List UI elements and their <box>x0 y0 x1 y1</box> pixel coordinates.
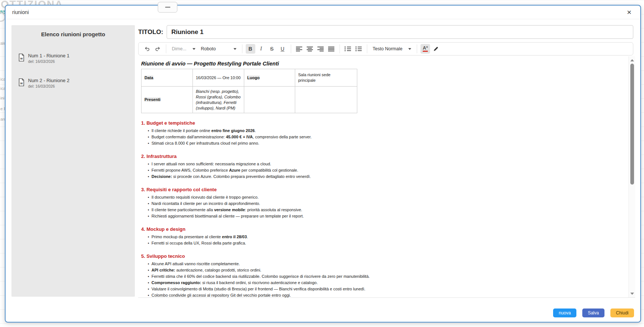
document-heading: Riunione di avvio — Progetto Restyling P… <box>141 61 624 67</box>
chevron-down-icon <box>192 48 195 50</box>
bullet-line: Primo mockup da presentare al cliente en… <box>141 234 624 240</box>
bullet-line: Valutare il coinvolgimento di Motta (stu… <box>141 286 624 292</box>
bullet-line: Richiesti aggiornamenti bisettimanali al… <box>141 213 624 219</box>
close-icon[interactable]: × <box>624 7 634 17</box>
toolbar-separator <box>417 44 417 53</box>
align-justify-icon[interactable] <box>327 44 336 54</box>
toolbar-separator <box>367 44 367 53</box>
bullet-line: Il cliente tiene particolarmente alla ve… <box>141 207 624 213</box>
meetings-sidebar: Elenco riunioni progetto w Num 1 - Riuni… <box>11 25 135 297</box>
scrollbar-thumb[interactable] <box>630 64 634 185</box>
meeting-title: Num 1 - Riunione 1 <box>28 53 69 58</box>
word-file-icon: w <box>18 53 25 63</box>
doc-table: Data16/03/2026 — Ore 10:00LuogoSala riun… <box>141 69 357 113</box>
chevron-down-icon <box>408 48 411 50</box>
bullet-line: Ferretti stima che il 60% del codice bac… <box>141 273 624 280</box>
redo-icon[interactable] <box>153 44 163 54</box>
editor-content-area: Riunione di avvio — Progetto Restyling P… <box>138 56 635 298</box>
align-center-icon[interactable] <box>305 44 315 54</box>
table-cell: Bianchi (resp. progetto), Rossi (grafica… <box>193 87 244 113</box>
align-right-icon[interactable] <box>316 44 326 54</box>
meeting-title: Num 2 - Riunione 2 <box>28 78 69 83</box>
table-cell <box>244 87 295 113</box>
text-color-button[interactable]: A° <box>420 44 430 54</box>
bullet-line: Stimati circa 8.000 € per infrastruttura… <box>141 140 624 146</box>
bold-button[interactable]: B <box>246 44 255 54</box>
section-heading: 1. Budget e tempistiche <box>141 120 624 126</box>
text-color-swatch <box>423 51 428 52</box>
bullet-line: I server attuali non sono sufficienti: n… <box>141 161 624 167</box>
font-size-select[interactable]: Dime... <box>170 44 198 54</box>
table-cell: Sala riunioni sede principale <box>295 69 357 87</box>
bullet-line: Budget confermato dall'amministrazione: … <box>141 134 624 140</box>
chiudi-button[interactable]: Chiudi <box>610 309 634 317</box>
bullet-line: Ferretti si occupa della UX, Rossi della… <box>141 240 624 246</box>
strikethrough-button[interactable]: S <box>267 44 277 54</box>
undo-icon[interactable] <box>142 44 152 54</box>
bullet-line: Colombo condivide gli accessi al reposit… <box>141 292 624 298</box>
title-label: TITOLO: <box>138 28 163 36</box>
editor-scrollbar[interactable] <box>628 56 635 298</box>
italic-button[interactable]: I <box>256 44 266 54</box>
ordered-list-icon[interactable] <box>343 44 353 54</box>
table-cell <box>295 87 357 113</box>
dash-icon <box>165 7 170 8</box>
underline-button[interactable]: U <box>278 44 287 54</box>
editor-toolbar: Dime... Roboto B I S U <box>138 42 633 55</box>
doc-sections: 1. Budget e tempisticheIl cliente richie… <box>141 120 624 298</box>
font-family-select[interactable]: Roboto <box>199 44 239 54</box>
unordered-list-icon[interactable] <box>354 44 364 54</box>
background-text-fragment: ini <box>0 96 4 100</box>
meeting-date: del: 16/03/2026 <box>28 59 69 64</box>
chevron-down-icon <box>234 48 236 50</box>
table-cell: Presenti <box>142 87 193 113</box>
doc-section: 5. Sviluppo tecnicoAlcune API attuali va… <box>141 253 624 298</box>
toolbar-separator <box>291 44 291 53</box>
table-cell: Luogo <box>244 69 295 87</box>
salva-button[interactable]: Salva <box>582 309 604 317</box>
bullet-line: API critiche: autenticazione, catalogo p… <box>141 267 624 273</box>
sidebar-header: Elenco riunioni progetto <box>11 25 135 37</box>
doc-section: 2. InfrastrutturaI server attuali non so… <box>141 154 624 180</box>
table-row: PresentiBianchi (resp. progetto), Rossi … <box>142 87 357 113</box>
nuova-button[interactable]: nuova <box>553 309 576 317</box>
document-editor[interactable]: Riunione di avvio — Progetto Restyling P… <box>141 56 624 298</box>
table-cell: 16/03/2026 — Ore 10:00 <box>193 69 244 87</box>
screen: OTTIZIONA NS aleicaicainie Pard riunioni… <box>0 0 644 327</box>
bullet-line: Compromesso raggiunto: si riusa il backe… <box>141 280 624 286</box>
bullet-line: Il cliente richiede il portale online en… <box>141 128 624 134</box>
bullet-line: Decisione: si procede con Azure. Colombo… <box>141 173 624 180</box>
toolbar-separator <box>242 44 242 53</box>
modal-header: riunioni × <box>6 6 640 19</box>
word-file-icon: w <box>18 78 25 88</box>
modal-title: riunioni <box>12 9 29 15</box>
section-heading: 2. Infrastruttura <box>141 154 624 159</box>
svg-text:w: w <box>20 57 23 60</box>
minimized-window-control <box>158 2 177 13</box>
bullet-line: Alcune API attuali vanno riscritte compl… <box>141 261 624 267</box>
highlighter-pen-icon[interactable] <box>431 44 441 54</box>
sidebar-list: w Num 1 - Riunione 1 del: 16/03/2026 w N… <box>11 50 135 91</box>
table-cell: Data <box>142 69 193 87</box>
scroll-up-icon[interactable] <box>630 59 634 61</box>
align-left-icon[interactable] <box>294 44 304 54</box>
bullet-line: Nardi ricontatta il cliente per un incon… <box>141 200 624 207</box>
doc-section: 1. Budget e tempisticheIl cliente richie… <box>141 120 624 146</box>
toolbar-separator <box>166 44 166 53</box>
section-heading: 5. Sviluppo tecnico <box>141 253 624 259</box>
paragraph-style-select[interactable]: Testo Normale <box>371 44 414 54</box>
sidebar-item-meeting[interactable]: w Num 2 - Riunione 2 del: 16/03/2026 <box>11 75 135 91</box>
riunioni-modal: riunioni × Elenco riunioni progetto w Nu… <box>5 5 641 323</box>
table-row: Data16/03/2026 — Ore 10:00LuogoSala riun… <box>142 69 357 87</box>
sidebar-item-meeting[interactable]: w Num 1 - Riunione 1 del: 16/03/2026 <box>11 50 135 67</box>
scroll-down-icon[interactable] <box>630 293 634 295</box>
title-input[interactable] <box>167 25 633 39</box>
meeting-date: del: 16/03/2026 <box>28 84 69 88</box>
bullet-line: Ferretti propone AWS, Colombo preferisce… <box>141 167 624 173</box>
toolbar-separator <box>340 44 340 53</box>
doc-section: 4. Mockup e designPrimo mockup da presen… <box>141 226 624 246</box>
title-row: TITOLO: <box>138 25 633 39</box>
section-heading: 4. Mockup e design <box>141 226 624 232</box>
section-heading: 3. Requisiti e rapporto col cliente <box>141 187 624 192</box>
svg-text:w: w <box>20 81 23 85</box>
